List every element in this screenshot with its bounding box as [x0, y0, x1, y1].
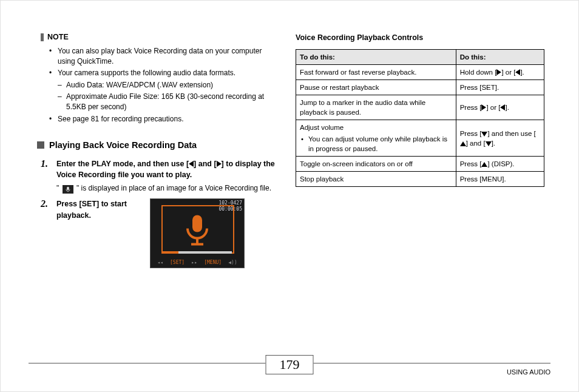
step-2-row: 2. Press [SET] to start playback. — [41, 198, 277, 268]
section-heading: Playing Back Voice Recording Data — [37, 140, 277, 150]
step-2: 2. Press [SET] to start playback. — [41, 198, 141, 220]
note-subitem: Approximate Audio File Size: 165 KB (30-… — [66, 92, 277, 113]
table-row: Stop playback Press [MENU]. — [296, 171, 544, 186]
step-body: Enter the PLAY mode, and then use [] and… — [56, 158, 277, 194]
page-footer: 179 USING AUDIO — [29, 363, 550, 376]
lcd-info: 102-0427 00:00:05 — [218, 200, 242, 212]
step-description: " " is displayed in place of an image fo… — [56, 183, 277, 194]
note-item-text: Your camera supports the following audio… — [58, 69, 235, 77]
lcd-volume-icon: ◀)) — [228, 260, 237, 265]
note-item: Your camera supports the following audio… — [58, 68, 277, 113]
square-bullet-icon — [37, 141, 44, 149]
note-item: You can also play back Voice Recording d… — [58, 46, 277, 67]
lcd-forward-icon: ▸▸ — [191, 260, 197, 265]
down-arrow-icon — [486, 141, 492, 146]
microphone-icon — [183, 213, 211, 249]
step-1: 1. Enter the PLAY mode, and then use [] … — [41, 158, 277, 194]
note-list: You can also play back Voice Recording d… — [41, 46, 277, 125]
note-sublist: Audio Data: WAVE/ADPCM (.WAV extension) … — [58, 80, 277, 113]
section-heading-text: Playing Back Voice Recording Data — [49, 140, 197, 150]
table-row: Adjust volume You can adjust volume only… — [296, 120, 544, 156]
table-cell: Press [] or []. — [456, 95, 544, 120]
step-body: Press [SET] to start playback. — [56, 198, 141, 220]
table-cell: Toggle on-screen indicators on or off — [296, 156, 456, 171]
lcd-preview: 102-0427 00:00:05 ◂◂ [SET] ▸▸ [MENU] ◀)) — [150, 198, 245, 268]
left-column: NOTE You can also play back Voice Record… — [41, 31, 277, 268]
table-header: To do this: — [296, 50, 456, 65]
table-row: Fast forward or fast reverse playback. H… — [296, 65, 544, 80]
lcd-controls: ◂◂ [SET] ▸▸ [MENU] ◀)) — [151, 260, 244, 265]
note-subitem: Audio Data: WAVE/ADPCM (.WAV extension) — [66, 80, 277, 90]
content-area: NOTE You can also play back Voice Record… — [1, 1, 578, 268]
table-cell: Jump to a marker in the audio data while… — [296, 95, 456, 120]
table-cell-li: You can adjust volume only while playbac… — [308, 134, 452, 154]
svg-rect-0 — [67, 187, 69, 191]
table-cell: Fast forward or fast reverse playback. — [296, 65, 456, 80]
lcd-set-label: [SET] — [170, 260, 185, 265]
table-title: Voice Recording Playback Controls — [296, 33, 544, 42]
table-cell: Press [SET]. — [456, 80, 544, 95]
table-row: Jump to a marker in the audio data while… — [296, 95, 544, 120]
page: NOTE You can also play back Voice Record… — [0, 0, 579, 392]
up-arrow-icon — [460, 141, 466, 146]
note-item: See page 81 for recording precautions. — [58, 114, 277, 124]
page-number: 179 — [266, 355, 314, 374]
lcd-rewind-icon: ◂◂ — [157, 260, 163, 265]
down-arrow-icon — [481, 132, 487, 137]
up-arrow-icon — [481, 162, 487, 167]
table-cell: Adjust volume You can adjust volume only… — [296, 120, 456, 156]
table-cell-list: You can adjust volume only while playbac… — [300, 134, 452, 154]
lcd-progress-fill — [163, 251, 178, 254]
playback-controls-table: To do this: Do this: Fast forward or fas… — [296, 49, 544, 187]
lcd-timer: 00:00:05 — [218, 206, 242, 212]
svg-rect-2 — [192, 215, 202, 232]
table-cell: Press [] (DISP). — [456, 156, 544, 171]
left-arrow-icon — [189, 161, 194, 167]
lcd-file-id: 102-0427 — [218, 200, 242, 206]
table-cell: Hold down [] or []. — [456, 65, 544, 80]
table-row: Pause or restart playback Press [SET]. — [296, 80, 544, 95]
step-number: 1. — [41, 158, 52, 169]
lcd-menu-label: [MENU] — [204, 260, 222, 265]
table-cell: Stop playback — [296, 171, 456, 186]
footer-section-label: USING AUDIO — [290, 368, 550, 376]
step-title: Enter the PLAY mode, and then use [] and… — [56, 158, 277, 180]
table-header-row: To do this: Do this: — [296, 50, 544, 65]
microphone-icon — [63, 185, 73, 194]
step-title: Press [SET] to start playback. — [56, 198, 141, 220]
table-header: Do this: — [456, 50, 544, 65]
table-row: Toggle on-screen indicators on or off Pr… — [296, 156, 544, 171]
right-column: Voice Recording Playback Controls To do … — [296, 31, 544, 268]
note-label: NOTE — [41, 33, 69, 41]
table-cell: Press [MENU]. — [456, 171, 544, 186]
table-cell: Pause or restart playback — [296, 80, 456, 95]
table-cell: Press [] and then use [] and []. — [456, 120, 544, 156]
right-arrow-icon — [217, 161, 222, 167]
step-number: 2. — [41, 198, 52, 209]
